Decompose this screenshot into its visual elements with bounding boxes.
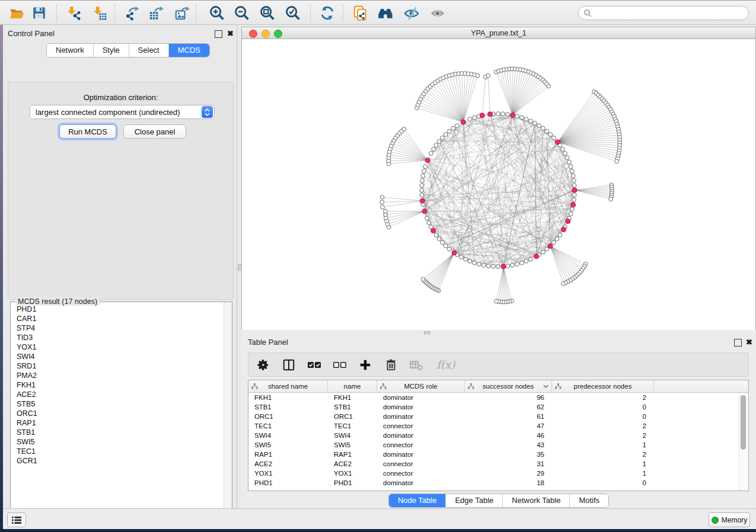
mcds-result-item[interactable]: SWI5 [11,437,220,447]
mcds-result-item[interactable]: SRD1 [11,361,220,371]
control-tab-network[interactable]: Network [47,44,94,57]
optimization-criterion-label: Optimization criterion: [8,93,233,102]
mcds-result-list[interactable]: PHD1CAR1STP4TID3YOX1SWI4SRD1PMA2FKH1ACE2… [11,305,220,518]
control-tab-style[interactable]: Style [94,44,129,57]
mcds-result-item[interactable]: STB1 [11,428,220,437]
mcds-result-item[interactable]: RAP1 [11,418,220,428]
delete-column-icon[interactable] [383,357,398,373]
float-panel-icon[interactable] [734,339,742,347]
mcds-result-item[interactable]: GCR1 [11,456,220,466]
run-mcds-button[interactable]: Run MCDS [59,124,116,139]
table-row[interactable]: PHD1PHD1dominator180 [248,478,748,488]
network-canvas[interactable] [241,39,756,331]
scrollbar-thumb[interactable] [741,395,746,450]
open-file-icon[interactable] [8,5,25,21]
dropdown-stepper-icon [202,106,213,118]
zoom-out-icon[interactable] [233,5,251,21]
node-table: shared namenameMCDS rolesuccessor nodesp… [248,380,749,491]
horizontal-splitter[interactable] [241,330,756,335]
table-scrollbar[interactable] [739,393,748,491]
column-header-shared-name[interactable]: shared name [248,380,328,392]
table-settings-gear-icon[interactable] [256,357,271,373]
refresh-icon[interactable] [318,5,336,21]
column-header-predecessor-nodes[interactable]: predecessor nodes [552,380,654,392]
close-panel-button[interactable]: Close panel [123,124,186,139]
table-tab-node-table[interactable]: Node Table [389,494,446,507]
column-header-name[interactable]: name [328,380,377,392]
export-image-icon[interactable] [173,5,191,21]
save-session-icon[interactable] [30,5,48,21]
cell-MCDS-role: dominator [377,432,465,439]
criterion-dropdown[interactable]: largest connected component (undirected) [30,105,215,119]
control-tab-select[interactable]: Select [129,44,169,57]
mcds-result-item[interactable]: ORC1 [11,409,220,418]
control-panel-tabs: NetworkStyleSelectMCDS [46,43,210,57]
add-column-icon[interactable] [358,357,373,373]
mcds-result-scrollbar[interactable] [224,302,232,522]
search-icon [583,9,592,18]
table-row[interactable]: ACE2ACE2connector311 [248,459,748,469]
export-network-icon[interactable] [123,5,141,21]
cell-predecessor-nodes: 2 [552,451,654,458]
function-builder-icon[interactable]: f(x) [434,357,458,373]
table-row[interactable]: SWI5SWI5connector431 [248,440,748,450]
close-panel-icon[interactable]: ✖ [227,30,234,37]
control-tab-mcds[interactable]: MCDS [169,44,209,57]
export-table-icon[interactable] [147,5,165,21]
table-row[interactable]: TEC1TEC1connector472 [248,421,748,431]
mcds-result-item[interactable]: SWI4 [11,352,220,361]
table-row[interactable]: FKH1FKH1dominator962 [248,393,748,402]
clone-network-icon[interactable] [351,5,369,21]
table-row[interactable]: RAP1RAP1dominator352 [248,450,748,459]
table-row[interactable]: YOX1YOX1connector291 [248,469,748,478]
mcds-result-item[interactable]: PHD1 [11,305,220,314]
table-tab-network-table[interactable]: Network Table [503,494,570,507]
search-field[interactable] [578,6,749,20]
task-history-button[interactable] [7,512,26,527]
mcds-result-item[interactable]: ACE2 [11,390,220,399]
show-graphics-details-icon[interactable] [429,5,446,21]
network-window-titlebar[interactable]: YPA_prune.txt_1 [241,27,756,39]
float-panel-icon[interactable] [215,30,222,38]
status-bar: Memory [3,508,756,529]
hide-graphics-details-icon[interactable] [403,5,420,21]
mcds-result-item[interactable]: STP4 [11,323,220,333]
import-table-icon[interactable] [90,5,108,21]
vertical-splitter[interactable] [237,25,241,508]
mcds-result-item[interactable]: CAR1 [11,314,220,323]
mcds-result-item[interactable]: FKH1 [11,380,220,390]
table-row[interactable]: STB1STB1dominator620 [248,402,748,412]
import-network-icon[interactable] [64,5,82,21]
sort-chevron-icon[interactable] [543,384,548,388]
search-objects-icon[interactable] [377,5,394,21]
cell-MCDS-role: dominator [377,413,465,420]
mcds-result-item[interactable]: YOX1 [11,342,220,352]
table-tab-edge-table[interactable]: Edge Table [446,494,503,507]
table-row[interactable]: ORC1ORC1dominator610 [248,412,748,421]
cell-shared-name: TEC1 [248,422,328,430]
cell-predecessor-nodes: 1 [552,460,654,467]
column-header-successor-nodes[interactable]: successor nodes [465,380,552,392]
close-panel-icon[interactable]: ✖ [746,338,752,346]
cell-MCDS-role: connector [377,441,465,448]
table-row[interactable]: SWI4SWI4dominator462 [248,431,748,440]
delete-table-icon[interactable] [409,357,424,373]
table-tab-motifs[interactable]: Motifs [570,494,608,507]
zoom-selected-icon[interactable] [284,5,302,21]
deselect-all-icon[interactable] [332,357,347,373]
network-graph[interactable] [242,39,755,330]
zoom-fit-icon[interactable] [259,5,276,21]
column-chooser-icon[interactable] [281,357,296,373]
column-header-MCDS-role[interactable]: MCDS role [377,380,465,392]
control-panel-title: Control Panel [8,29,55,38]
cell-name: RAP1 [328,451,377,458]
memory-button[interactable]: Memory [709,512,750,527]
mcds-result-item[interactable]: STB5 [11,399,220,409]
select-all-icon[interactable] [307,357,322,373]
cell-name: ORC1 [328,413,377,420]
zoom-in-icon[interactable] [208,5,226,21]
mcds-result-item[interactable]: PMA2 [11,371,220,380]
mcds-result-item[interactable]: TEC1 [11,447,220,456]
search-input[interactable] [592,8,748,18]
mcds-result-item[interactable]: TID3 [11,333,220,342]
